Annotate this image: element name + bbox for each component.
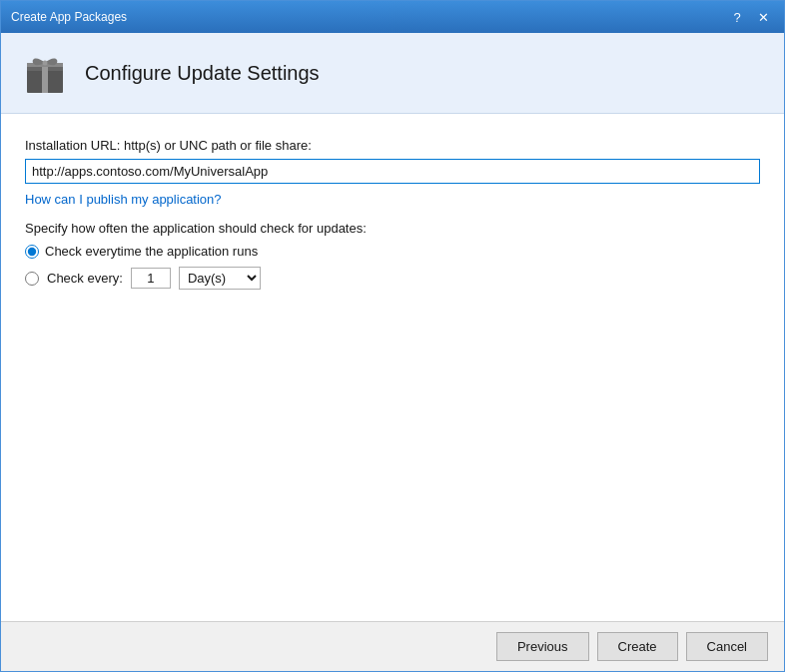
radio-group: Check everytime the application runs Che…: [25, 244, 760, 290]
dialog-footer: Previous Create Cancel: [1, 621, 784, 671]
check-every-unit-select[interactable]: Day(s) Week(s) Month(s) Hour(s): [179, 267, 261, 290]
specify-label: Specify how often the application should…: [25, 221, 760, 236]
help-button[interactable]: ?: [726, 7, 748, 27]
svg-rect-2: [42, 63, 48, 93]
radio-every-label[interactable]: Check every:: [47, 271, 123, 286]
dialog-header: Configure Update Settings: [1, 33, 784, 114]
cancel-button[interactable]: Cancel: [686, 632, 768, 661]
radio-everytime[interactable]: [25, 245, 39, 259]
radio-everytime-label[interactable]: Check everytime the application runs: [45, 244, 258, 259]
header-title: Configure Update Settings: [85, 62, 320, 85]
url-label: Installation URL: http(s) or UNC path or…: [25, 138, 760, 153]
create-button[interactable]: Create: [597, 632, 678, 661]
check-every-input[interactable]: [131, 268, 171, 289]
publish-link[interactable]: How can I publish my application?: [25, 192, 222, 207]
url-input[interactable]: [25, 159, 760, 184]
title-bar-text: Create App Packages: [11, 10, 127, 24]
previous-button[interactable]: Previous: [496, 632, 589, 661]
radio-every[interactable]: [25, 272, 39, 286]
radio-every-row: Check every: Day(s) Week(s) Month(s) Hou…: [25, 267, 760, 290]
close-button[interactable]: ✕: [752, 7, 774, 27]
package-icon: [21, 49, 69, 97]
dialog-body: Installation URL: http(s) or UNC path or…: [1, 114, 784, 621]
svg-point-4: [43, 61, 48, 66]
title-bar-controls: ? ✕: [726, 7, 774, 27]
title-bar: Create App Packages ? ✕: [1, 1, 784, 33]
radio-everytime-row: Check everytime the application runs: [25, 244, 760, 259]
dialog-window: Create App Packages ? ✕: [0, 0, 785, 672]
